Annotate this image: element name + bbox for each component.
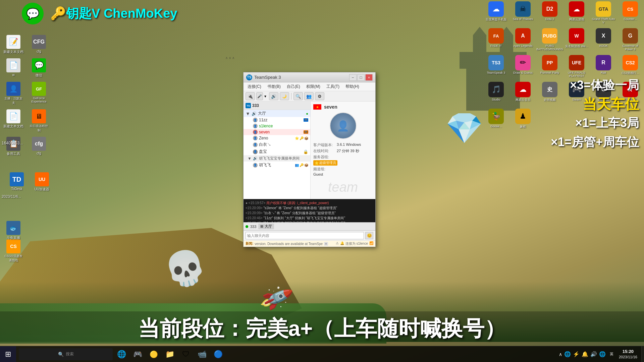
desktop-icon-geforce[interactable]: GF GeForce Experience xyxy=(27,80,51,107)
ts-toolbar-users-btn[interactable]: 👥 xyxy=(304,92,314,100)
ts-user-s1lence[interactable]: 👤 s1lence xyxy=(244,123,310,129)
ts-user-hufeifei[interactable]: 👤 胡飞飞 👥 🔑 📦 xyxy=(244,162,310,169)
ts-status-server: 333 xyxy=(250,225,256,229)
desktop-icon-todesk[interactable]: TD ToDesk xyxy=(5,171,29,192)
desktop-icon-wps[interactable]: 📄 w xyxy=(2,57,25,79)
ts-minimize-button[interactable]: − xyxy=(349,74,357,81)
desktop-icon-xook[interactable]: X XOOK xyxy=(590,27,616,52)
ts-info-header: ★ seven xyxy=(313,104,373,110)
desktop-icon-audio-studio[interactable]: 🎵 Studio xyxy=(483,80,509,104)
ts-menu-help[interactable]: 帮助(H) xyxy=(343,83,362,90)
ts-channel-subroom[interactable]: ▼ 🔊 胡飞飞宝宝专属接单房间 xyxy=(244,155,310,162)
ts-send-button[interactable]: 😊 xyxy=(365,232,373,239)
desktop-icon-csgo[interactable]: CS CSGO流逝发表情包 xyxy=(2,238,25,264)
ts-server-header[interactable]: TS 333 xyxy=(244,102,310,110)
ts-channel-indicator[interactable]: ⊞ 大厅 xyxy=(258,224,274,229)
ts-toolbar-mic-btn[interactable]: 🎤 xyxy=(256,92,263,100)
desktop-icon-pummel[interactable]: PP Pummel Party xyxy=(537,54,563,79)
taskbar-chrome[interactable]: 🟡 xyxy=(146,347,161,362)
ts-user-panbao-name: 盘宝 xyxy=(259,149,267,155)
ts-menu-connect[interactable]: 连接(C) xyxy=(245,83,264,90)
tray-icon-2[interactable]: ⚡ xyxy=(573,351,580,357)
ts-toolbar-settings-btn[interactable]: ⚙ xyxy=(315,92,324,100)
desktop-icon-remote[interactable]: 🖥 向日葵远程控制 xyxy=(27,108,51,134)
ts-log-panel[interactable]: ● <15:19:57> 用户权限不够 (原因: i_client_poke_p… xyxy=(244,199,375,222)
ts-server-name: 333 xyxy=(252,103,259,108)
taskbar-obs[interactable]: 📹 xyxy=(195,347,209,362)
desktop-icon-spare[interactable]: 📋 备用工具 xyxy=(2,135,25,158)
desktop-icon-history[interactable]: 史 史明视频 xyxy=(537,80,563,104)
ts-user-panbao[interactable]: 👤 盘宝 🔒 xyxy=(244,148,310,155)
ts-user-baiyi[interactable]: 👤 白衣↘ xyxy=(244,141,310,148)
desktop-icon-cfg[interactable]: CFG cfg xyxy=(27,34,51,56)
tray-icon-3[interactable]: 🔔 xyxy=(582,351,588,357)
desktop-icon-apex[interactable]: A Apex Legends xyxy=(510,27,536,52)
taskbar-browser2[interactable]: 🔵 xyxy=(211,347,225,362)
desktop-icon-ufe[interactable]: UFE UFE FINALS PLAYTEST xyxy=(564,54,590,79)
right-icon-area-row3: TS3 TeamSpeak 3 ✏ Draw & Guess PP Pummel… xyxy=(483,54,644,79)
desktop-icon-wangyi-music[interactable]: ☁ 网易云音乐 xyxy=(510,80,536,104)
desktop-icon-rait[interactable]: R Rait xyxy=(590,54,616,79)
system-clock[interactable]: 15:20 2023/11/16 xyxy=(615,349,641,360)
ts-user-11zz[interactable]: 👤 11zz 🎮 xyxy=(244,117,310,123)
ts-toolbar-speaker-btn[interactable]: 🔊 xyxy=(269,92,278,100)
ts-toolbar-search-btn[interactable]: 🔍 xyxy=(293,92,303,100)
ts-menu-permission[interactable]: 权限(M) xyxy=(304,83,323,90)
ts-team-watermark: team xyxy=(313,180,373,195)
taskbar-steam[interactable]: 🎮 xyxy=(130,347,145,362)
start-button[interactable]: ⊞ xyxy=(0,346,16,362)
ts-menu-bookmark[interactable]: 书签(B) xyxy=(265,83,283,90)
desktop-icon-dota2[interactable]: D2 Dota 2 xyxy=(537,0,563,25)
ts-maximize-button[interactable]: □ xyxy=(357,74,365,81)
desktop-icon-chess[interactable]: ♟ 象棋 xyxy=(510,107,536,130)
desktop-icon-fadeit[interactable]: FA FADE IT xyxy=(483,27,509,52)
desktop-icon-sea-of-thieves[interactable]: ☠ Sea of Thieves xyxy=(510,0,536,25)
desktop-icon-uu[interactable]: UU UU加速器 xyxy=(30,171,54,193)
ts-user-seven[interactable]: 👤 seven 🎮 xyxy=(244,129,310,135)
desktop-icon-cfg2[interactable]: cfg cfg xyxy=(27,135,51,158)
taskbar-search[interactable]: 🔍 搜索 xyxy=(19,348,113,360)
ts-titlebar[interactable]: TS TeamSpeak 3 − □ × xyxy=(244,72,375,82)
desktop-icon-counter[interactable]: CS Counter... xyxy=(617,0,643,25)
ts-news-close-btn[interactable]: × xyxy=(324,242,328,246)
ts-toolbar-away-btn[interactable]: 🌙 xyxy=(280,92,289,100)
desktop-icon-gta[interactable]: GTA Grand Theft Auto V xyxy=(590,0,616,25)
ts-user-zeno[interactable]: 👤 Zeno ⭐ 🔑 📦 xyxy=(244,135,310,141)
ts-input-bar: 😊 xyxy=(244,231,375,240)
desktop-icon-notepad2[interactable]: 📄 新建文本文档 xyxy=(2,108,25,134)
ts-news-icon-warn: ⚠ xyxy=(336,241,339,246)
desktop-icon-wangyiyun2[interactable]: W 实名制游戏 We... xyxy=(564,27,590,52)
taskbar-edge[interactable]: 🌐 xyxy=(114,347,129,362)
ts-window-controls: − □ × xyxy=(349,74,373,81)
desktop-icon-fish[interactable]: 🐟 斗鱼直播 xyxy=(2,220,25,242)
desktop-icon-baidu-netdisk[interactable]: ☁ 百度网盘手机版 xyxy=(483,0,509,25)
ts-server-icon: TS xyxy=(246,103,251,108)
desktop-icon-teamspeak3[interactable]: TS3 TeamSpeak 3 xyxy=(483,54,509,79)
ts-toolbar-connect-btn[interactable]: 🔌 xyxy=(246,92,255,100)
ts-main-panel: TS 333 ▼ 🔊 大厅 ● 👤 11zz 🎮 xyxy=(244,102,375,199)
ts-separator xyxy=(291,93,291,100)
tray-up-arrow[interactable]: ∧ xyxy=(559,352,562,357)
tray-icon-5[interactable]: 🌐 xyxy=(599,351,606,357)
desktop-icon-draw-guess[interactable]: ✏ Draw & Guess xyxy=(510,54,536,79)
desktop-icon-cs2game[interactable]: CS2 CS2游戏行... xyxy=(617,54,643,79)
show-desktop-button[interactable] xyxy=(641,346,644,362)
tray-icon-4[interactable]: 🔊 xyxy=(590,351,597,357)
wechat-avatar[interactable]: 💬 xyxy=(22,3,44,24)
desktop-icon-wechat[interactable]: 💬 微信 xyxy=(27,57,51,79)
ts-menu-tools[interactable]: 工具(T) xyxy=(324,83,342,90)
desktop-icon-host[interactable]: 👤 主播：沉默农夫 xyxy=(2,80,25,107)
desktop-icon-notepad[interactable]: 📝 新建文本文档 xyxy=(2,34,25,56)
taskbar-security[interactable]: 🛡 xyxy=(178,347,193,362)
desktop-icon-governor[interactable]: G Governor of Poker 3 xyxy=(617,27,643,52)
desktop-icon-wangyiyun[interactable]: ☁ 网易云游戏 xyxy=(564,0,590,25)
desktop-icon-goose[interactable]: 🦆 Goose... xyxy=(483,107,509,130)
ts-client-version: 3.6.1 Windows xyxy=(337,142,361,147)
ts-menu-self[interactable]: 自己(E) xyxy=(284,83,303,90)
taskbar-folder[interactable]: 📁 xyxy=(162,347,177,362)
desktop-icon-pubg[interactable]: PUBG PUBG BATTLEGROUNDS xyxy=(537,27,563,52)
ts-chat-input[interactable] xyxy=(246,232,364,239)
ts-channel-lobby[interactable]: ▼ 🔊 大厅 ● xyxy=(244,110,310,117)
tray-icon-1[interactable]: 🌐 xyxy=(564,351,571,357)
ts-close-button[interactable]: × xyxy=(365,74,373,81)
